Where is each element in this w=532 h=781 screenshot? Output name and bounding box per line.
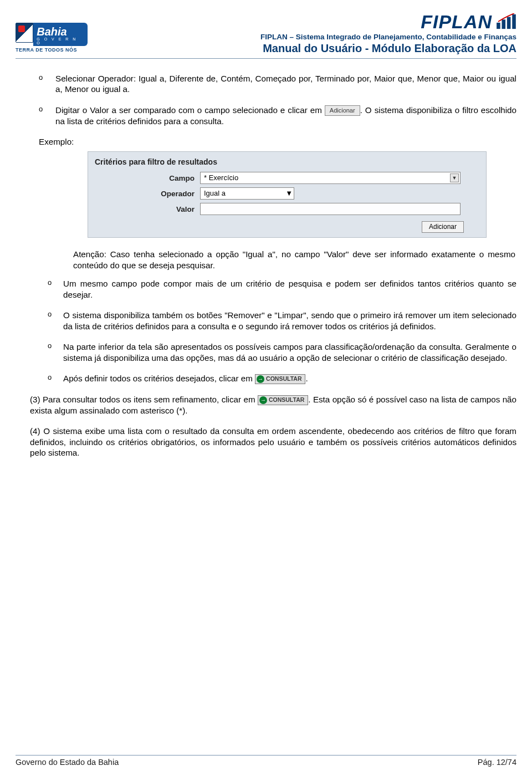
bahia-flag-icon (16, 23, 33, 43)
list-item: o Digitar o Valor a ser comparado com o … (39, 105, 516, 126)
valor-label: Valor (95, 205, 200, 214)
list-text: Selecionar Operador: Igual a, Diferente … (55, 73, 516, 95)
adicionar-button[interactable]: Adicionar (422, 221, 464, 233)
page-footer: Governo do Estado da Bahia Pág. 12/74 (16, 755, 516, 767)
bullet-marker: o (48, 341, 55, 363)
bahia-main-text: Bahia (37, 25, 66, 38)
header-divider (16, 58, 516, 59)
chevron-down-icon: ▼ (285, 189, 293, 198)
campo-select[interactable]: * Exercício ▼ (200, 172, 461, 184)
bullet-marker: o (48, 310, 55, 331)
header-subtitle: FIPLAN – Sistema Integrado de Planejamen… (260, 33, 516, 41)
operador-select[interactable]: Igual a ▼ (200, 187, 294, 200)
chevron-down-icon: ▼ (450, 173, 459, 182)
svg-rect-0 (497, 23, 500, 29)
list-item: o O sistema disponibiliza também os botõ… (48, 310, 516, 331)
list-text: Um mesmo campo pode compor mais de um cr… (63, 278, 516, 300)
adicionar-button-inline[interactable]: Adicionar (325, 105, 360, 115)
bullet-marker: o (39, 105, 47, 126)
footer-divider (16, 755, 516, 756)
svg-rect-1 (502, 20, 506, 29)
paragraph: (4) O sistema exibe uma lista com o resu… (30, 426, 516, 458)
fiplan-brand-text: FIPLAN (421, 13, 492, 30)
list-item: o Um mesmo campo pode compor mais de um … (48, 278, 516, 300)
bahia-tagline: TERRA DE TODOS NÓS (16, 47, 88, 53)
operador-label: Operador (95, 189, 200, 198)
list-text: Na parte inferior da tela são apresentad… (63, 341, 516, 363)
bullet-marker: o (48, 373, 55, 384)
bahia-logo: Bahia G O V E R N O TERRA DE TODOS NÓS (16, 23, 88, 55)
footer-page: Pág. 12/74 (478, 758, 516, 767)
fiplan-chart-icon (495, 13, 516, 30)
campo-selected-value: * Exercício (204, 173, 238, 183)
filter-title: Critérios para filtro de resultados (95, 157, 479, 167)
list-item: o Após definir todos os critérios deseja… (48, 373, 516, 384)
filter-panel: Critérios para filtro de resultados Camp… (88, 151, 487, 238)
campo-label: Campo (95, 173, 200, 183)
arrow-right-icon: → (257, 375, 264, 383)
footer-left: Governo do Estado da Bahia (16, 758, 119, 767)
svg-rect-3 (512, 14, 516, 29)
operador-selected-value: Igual a (204, 189, 226, 198)
bahia-wordmark: Bahia G O V E R N O (33, 23, 88, 46)
bullet-marker: o (48, 278, 55, 300)
list-text: O sistema disponibiliza também os botões… (63, 310, 516, 331)
svg-rect-2 (507, 17, 511, 29)
list-item: o Na parte inferior da tela são apresent… (48, 341, 516, 363)
header-title: Manual do Usuário - Módulo Elaboração da… (260, 42, 516, 55)
list-item: o Selecionar Operador: Igual a, Diferent… (39, 73, 516, 95)
bahia-sub-text: G O V E R N O (37, 37, 82, 45)
arrow-right-icon: → (259, 396, 267, 404)
fiplan-logo: FIPLAN (260, 13, 516, 30)
bullet-marker: o (39, 73, 47, 95)
atencao-note: Atenção: Caso tenha selecionado a opção … (73, 249, 516, 270)
valor-input[interactable] (200, 203, 461, 215)
list-text: Digitar o Valor a ser comparado com o ca… (55, 105, 516, 126)
paragraph: (3) Para consultar todos os itens sem re… (30, 394, 516, 416)
consultar-button[interactable]: →CONSULTAR (255, 374, 305, 384)
list-text: Após definir todos os critérios desejado… (63, 373, 516, 384)
consultar-button[interactable]: →CONSULTAR (258, 395, 308, 405)
page-header: Bahia G O V E R N O TERRA DE TODOS NÓS F… (16, 13, 516, 55)
exemplo-label: Exemplo: (39, 136, 516, 147)
